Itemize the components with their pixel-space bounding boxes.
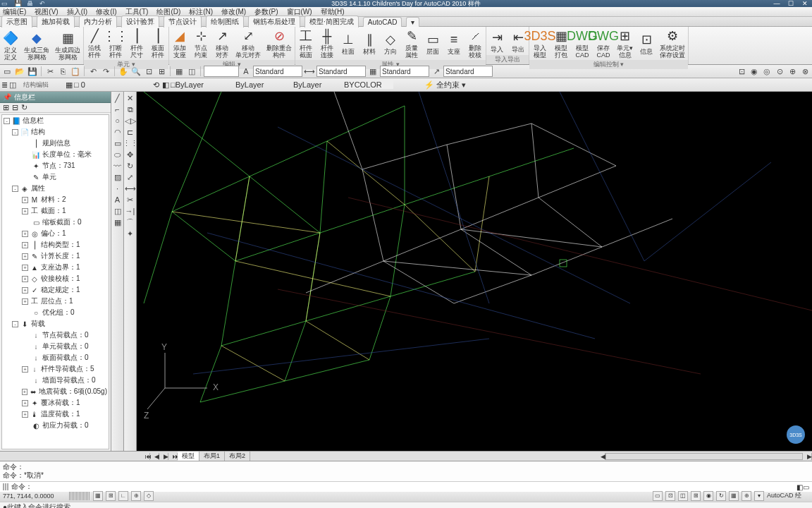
pan-icon[interactable]: ✋ — [118, 66, 129, 77]
ribbon-button[interactable]: ⋮⋮打断杆件 — [105, 27, 126, 60]
workspace-label[interactable]: AutoCAD 经 — [767, 491, 809, 500]
expand-icon[interactable]: - — [12, 186, 18, 192]
zoom-window-icon[interactable]: ⊡ — [143, 66, 154, 77]
ribbon-button[interactable]: ⎮杆件尺寸 — [126, 27, 147, 60]
tool-icon[interactable]: ▦ — [173, 66, 185, 77]
rect-icon[interactable]: ▭ — [113, 138, 123, 148]
status-icon[interactable]: ⊕ — [742, 491, 751, 501]
redo-icon[interactable]: ↷ — [100, 66, 111, 77]
qat-print-icon[interactable]: 🖶 — [27, 0, 37, 7]
tree-item[interactable]: ◐初应力荷载：0 — [2, 420, 109, 431]
tree-item[interactable]: +▲支座边界：1 — [2, 262, 109, 273]
ribbon-button[interactable]: ⊡信息 — [636, 30, 657, 56]
tree-tool-icon[interactable]: ↻ — [21, 103, 27, 112]
ribbon-button[interactable]: ⊥柱面 — [338, 30, 359, 56]
ribbon-button[interactable]: 🔷定义定义 — [0, 29, 21, 62]
color-combo[interactable]: □ByLayer — [171, 80, 234, 89]
tree-item[interactable]: ⎮规则信息 — [2, 138, 109, 149]
tab-overflow-icon[interactable]: ▾ — [406, 17, 419, 27]
layer-prop-icon[interactable]: ▦ — [66, 80, 73, 90]
cut-icon[interactable]: ✂ — [44, 66, 56, 77]
expand-icon[interactable]: + — [22, 411, 28, 418]
new-icon[interactable]: ▭ — [1, 66, 13, 77]
ribbon-button[interactable]: ⇥导入 — [486, 28, 508, 54]
layer-icon[interactable]: ◫ — [9, 80, 16, 90]
tree-item[interactable]: +⎮结构类型：1 — [2, 239, 109, 250]
status-icon[interactable]: ▾ — [754, 491, 764, 501]
tree-item[interactable]: +工截面：1 — [2, 205, 109, 217]
tree-item[interactable]: -⬇荷载 — [2, 318, 109, 329]
status-icon[interactable]: ▦ — [729, 491, 739, 501]
expand-icon[interactable]: - — [12, 321, 18, 327]
hscrollbar[interactable] — [605, 453, 803, 460]
tab-design[interactable]: 设计验算 — [121, 16, 159, 28]
tab-layout2[interactable]: 布局2 — [225, 452, 250, 461]
expand-icon[interactable]: + — [22, 197, 28, 203]
expand-icon[interactable]: + — [22, 389, 27, 395]
explode-icon[interactable]: ✦ — [125, 229, 135, 238]
viewport-badge[interactable]: 3D3S — [787, 425, 805, 444]
copy-icon[interactable]: ⎘ — [57, 66, 68, 77]
tree-item[interactable]: +◎偏心：1 — [2, 228, 109, 239]
open-icon[interactable]: 📂 — [14, 66, 25, 77]
color-icon[interactable]: ◧ — [162, 80, 169, 90]
expand-icon[interactable]: + — [22, 287, 28, 294]
layer-icon[interactable]: ≣ — [1, 80, 8, 90]
tree-item[interactable]: +✓稳定规定：1 — [2, 284, 109, 296]
tree-item[interactable]: +工层位点：1 — [2, 296, 109, 307]
ribbon-button[interactable]: ↗移动对齐 — [211, 27, 233, 60]
tree-item[interactable]: 📊长度单位：毫米 — [2, 149, 109, 160]
tree-item[interactable]: +✎计算长度：1 — [2, 250, 109, 262]
lineweight-combo[interactable]: ByLayer — [293, 80, 343, 89]
circle-icon[interactable]: ○ — [113, 116, 123, 126]
text-icon[interactable]: A — [113, 195, 123, 205]
tree-item[interactable]: +⬌地震荷载：6项(0.05g) — [2, 386, 109, 397]
text-style-combo[interactable]: Standard — [253, 66, 302, 77]
array-icon[interactable]: ⋮⋮ — [125, 138, 135, 148]
mleader-style-combo[interactable]: Standard — [443, 66, 493, 77]
paste-icon[interactable]: 📋 — [70, 66, 81, 77]
maximize-button[interactable]: ☐ — [784, 0, 798, 7]
search-hint[interactable]: ●此键入命令进行搜索 — [3, 502, 70, 509]
zoom-extents-icon[interactable]: ⊞ — [156, 66, 167, 77]
ribbon-button[interactable]: ⊞单元▾信息 — [614, 27, 636, 60]
qat-save-icon[interactable]: 💾 — [14, 0, 24, 7]
grip-icon[interactable] — [3, 483, 8, 490]
ribbon-button[interactable]: ≡支座 — [443, 30, 465, 56]
expand-icon[interactable]: + — [22, 276, 28, 282]
ribbon-button[interactable]: ╫杆件连接 — [316, 27, 338, 60]
dim-icon[interactable]: ⟷ — [304, 66, 315, 77]
plotstyle-combo[interactable]: BYCOLOR — [344, 80, 393, 89]
trim-icon[interactable]: ✂ — [125, 195, 135, 205]
tab-diagram[interactable]: 示意图 — [1, 16, 32, 28]
hscroll-left-icon[interactable]: ◀ — [596, 453, 605, 460]
undo-icon[interactable]: ↶ — [87, 66, 99, 77]
tree-item[interactable]: ↓单元荷载点：0 — [2, 341, 109, 352]
save-icon[interactable]: 💾 — [27, 66, 38, 77]
view-icon[interactable]: ◉ — [749, 66, 760, 77]
offset-icon[interactable]: ⊏ — [125, 127, 135, 137]
tab-prev-icon[interactable]: ◀ — [150, 453, 159, 460]
ribbon-button[interactable]: DWG保存CAD — [593, 27, 614, 60]
layer-prev-icon[interactable]: ⟲ — [153, 80, 159, 90]
table-icon[interactable]: ▦ — [367, 66, 379, 77]
tab-nodes[interactable]: 节点设计 — [164, 16, 202, 28]
tree-item[interactable]: ✦节点：731 — [2, 160, 109, 171]
view-icon[interactable]: ⊡ — [736, 66, 747, 77]
expand-icon[interactable]: + — [22, 265, 28, 271]
ribbon-button[interactable]: ⤢移动单元对齐 — [233, 27, 264, 60]
zoom-icon[interactable]: 🔍 — [130, 66, 142, 77]
line-icon[interactable]: ╱ — [113, 93, 123, 103]
expand-icon[interactable]: + — [22, 253, 28, 260]
ribbon-button[interactable]: ◇方向 — [380, 30, 401, 56]
polar-button[interactable]: ⊕ — [131, 491, 141, 501]
ribbon-button[interactable]: ⚙系统定时保存设置 — [657, 27, 688, 60]
spline-icon[interactable]: 〰 — [113, 161, 123, 171]
ribbon-button[interactable]: ◢添加支座 — [169, 27, 190, 60]
hscroll-right-icon[interactable]: ▶ — [803, 453, 812, 460]
fillet-icon[interactable]: ⌒ — [125, 217, 135, 227]
hatch-icon[interactable]: ▨ — [113, 172, 123, 182]
expand-icon[interactable]: + — [22, 208, 28, 214]
tree-item[interactable]: -◈属性 — [2, 183, 109, 194]
tree-item[interactable]: +M材料：2 — [2, 194, 109, 205]
